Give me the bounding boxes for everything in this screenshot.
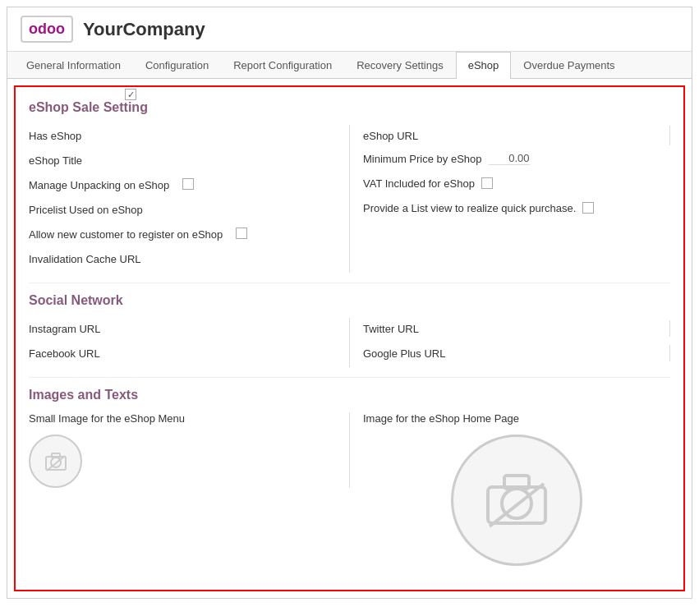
instagram-label: Instagram URL	[29, 323, 100, 335]
list-view-checkbox[interactable]	[582, 202, 594, 214]
has-eshop-checkbox-area: ✓	[363, 89, 670, 110]
has-eshop-label: Has eShop	[29, 130, 81, 142]
manage-unpacking-label: Manage Unpacking on eShop	[29, 179, 169, 191]
has-eshop-checkbox[interactable]: ✓	[125, 89, 136, 100]
images-right-col: Image for the eShop Home Page	[350, 412, 670, 566]
tab-configuration[interactable]: Configuration	[133, 52, 221, 78]
vat-included-label: VAT Included for eShop	[363, 177, 475, 190]
field-manage-unpacking: Manage Unpacking on eShop	[29, 174, 336, 195]
social-layout: Instagram URL Facebook URL Twitter URL G…	[29, 318, 670, 367]
content-area: eShop Sale Setting Has eShop eShop Title…	[14, 85, 685, 591]
pricelist-label: Pricelist Used on eShop	[29, 204, 143, 216]
images-section-title: Images and Texts	[29, 388, 670, 402]
field-min-price: Minimum Price by eShop	[363, 148, 670, 169]
header: odoo YourCompany	[7, 7, 692, 52]
field-has-eshop: Has eShop	[29, 125, 336, 146]
eshop-fields-layout: Has eShop eShop Title Manage Unpacking o…	[29, 125, 670, 273]
field-vat-included: VAT Included for eShop	[363, 172, 670, 194]
field-invalidation: Invalidation Cache URL	[29, 248, 336, 269]
invalidation-label: Invalidation Cache URL	[29, 253, 141, 265]
manage-unpacking-checkbox[interactable]	[182, 178, 194, 190]
allow-register-checkbox[interactable]	[236, 228, 247, 239]
social-left-col: Instagram URL Facebook URL	[29, 318, 350, 367]
eshop-url-label: eShop URL	[363, 130, 418, 142]
allow-register-label: Allow new customer to register on eShop	[29, 228, 223, 241]
divider-social	[29, 283, 670, 283]
field-facebook: Facebook URL	[29, 342, 336, 364]
min-price-input[interactable]	[489, 152, 530, 165]
camera-icon-large	[480, 467, 554, 533]
field-list-view: Provide a List view to realize quick pur…	[363, 197, 670, 218]
tab-general[interactable]: General Information	[14, 52, 133, 78]
min-price-label: Minimum Price by eShop	[363, 153, 482, 165]
tab-report[interactable]: Report Configuration	[221, 52, 344, 78]
field-allow-register: Allow new customer to register on eShop	[29, 223, 336, 245]
field-eshop-title: eShop Title	[29, 149, 336, 171]
svg-rect-2	[52, 453, 60, 457]
small-image-placeholder[interactable]	[29, 434, 82, 488]
images-left-col: Small Image for the eShop Menu	[29, 412, 350, 488]
small-image-label: Small Image for the eShop Menu	[29, 412, 185, 425]
tab-recovery[interactable]: Recovery Settings	[344, 52, 456, 78]
google-plus-label: Google Plus URL	[363, 347, 445, 360]
tab-overdue[interactable]: Overdue Payments	[511, 52, 627, 78]
page-wrapper: odoo YourCompany General Information Con…	[7, 7, 692, 599]
list-view-label: Provide a List view to realize quick pur…	[363, 202, 576, 214]
eshop-title-label: eShop Title	[29, 154, 82, 167]
images-layout: Small Image for the eShop Menu Image for…	[29, 412, 670, 577]
field-instagram: Instagram URL	[29, 318, 336, 339]
eshop-left-col: Has eShop eShop Title Manage Unpacking o…	[29, 125, 350, 273]
eshop-right-col: eShop URL ✓ Minimum Price by eShop	[350, 125, 670, 273]
home-image-area	[363, 434, 670, 566]
field-twitter: Twitter URL	[363, 318, 670, 339]
home-image-label: Image for the eShop Home Page	[363, 412, 519, 425]
vat-included-checkbox[interactable]	[481, 177, 493, 189]
field-pricelist: Pricelist Used on eShop	[29, 199, 336, 220]
small-image-area	[29, 434, 82, 488]
twitter-label: Twitter URL	[363, 323, 419, 335]
company-name: YourCompany	[83, 19, 205, 40]
logo-box: odoo	[21, 16, 73, 43]
tab-eshop[interactable]: eShop	[456, 52, 512, 79]
divider-images	[29, 377, 670, 378]
field-google-plus: Google Plus URL	[363, 342, 670, 364]
logo: odoo	[29, 21, 65, 38]
home-image-placeholder[interactable]	[451, 434, 582, 566]
social-right-col: Twitter URL Google Plus URL	[350, 318, 670, 367]
field-eshop-url: eShop URL	[363, 125, 670, 146]
camera-icon-small	[43, 450, 69, 473]
tabs-bar: General Information Configuration Report…	[7, 52, 692, 79]
social-section-title: Social Network	[29, 293, 670, 308]
facebook-label: Facebook URL	[29, 347, 100, 360]
